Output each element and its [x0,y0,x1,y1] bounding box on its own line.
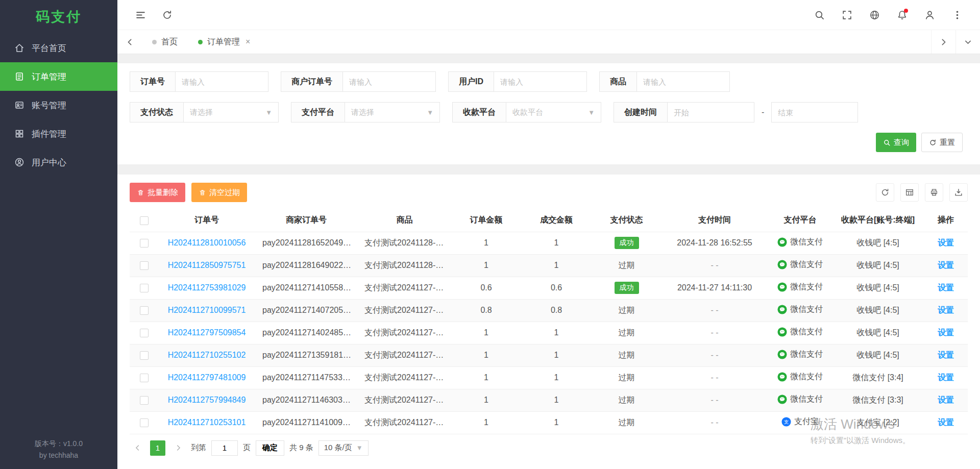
pay-time: - - [661,389,768,411]
order-table: 订单号 商家订单号 商品 订单金额 成交金额 支付状态 支付时间 支付平台 收款… [130,209,968,434]
tab-home[interactable]: 首页 [142,30,188,54]
plugin-icon [14,129,24,139]
page-size-select[interactable]: 10 条/页 ▼ [318,440,369,456]
row-setting-link[interactable]: 设置 [938,306,954,314]
more-vertical-icon[interactable] [946,4,968,26]
row-setting-link[interactable]: 设置 [938,351,954,359]
language-globe-icon[interactable] [864,4,885,26]
pay-time: - - [661,411,768,434]
order-amount: 1 [452,344,521,366]
pay-platform-select[interactable]: 请选择 ▼ [345,102,440,122]
table-refresh-icon[interactable] [876,183,894,202]
user-icon[interactable] [919,4,940,26]
column-header: 成交金额 [521,209,592,232]
print-icon[interactable] [925,183,943,202]
pay-time: - - [661,344,768,366]
row-checkbox[interactable] [140,351,149,360]
filter-pay-status: 支付状态 请选择 ▼ [130,102,279,122]
row-setting-link[interactable]: 设置 [938,418,954,427]
row-checkbox[interactable] [140,374,149,382]
sidebar-menu: 平台首页订单管理账号管理插件管理用户中心 [0,34,117,438]
sidebar-item-plugin-management[interactable]: 插件管理 [0,119,117,148]
notification-bell-icon[interactable] [891,4,913,26]
prev-page-icon[interactable] [130,440,145,456]
select-placeholder: 收款平台 [512,108,543,117]
filter-receive-platform: 收款平台 收款平台 ▼ [452,102,601,122]
row-checkbox[interactable] [140,261,149,270]
order-no-link[interactable]: H2024112810010056 [168,238,246,247]
pay-time: 2024-11-27 14:11:30 [661,277,768,299]
user-center-icon [14,157,24,167]
next-page-icon[interactable] [170,440,186,456]
tab-scroll-left-icon[interactable] [117,30,142,54]
sidebar: 码支付 平台首页订单管理账号管理插件管理用户中心 版本号：v1.0.0 by t… [0,0,117,469]
paid-amount: 1 [521,254,592,277]
order-no-link[interactable]: H2024112757994849 [168,396,246,404]
row-checkbox[interactable] [140,239,149,248]
row-checkbox[interactable] [140,306,149,315]
table-row: H2024112810010056pay2024112816520491...支… [130,232,968,254]
platform-name: 微信支付 [790,304,823,315]
order-no-link[interactable]: H2024112850975751 [168,261,246,269]
user-id-input[interactable] [494,71,587,92]
receive-account: 微信支付 [3:3] [832,389,924,411]
order-no-link[interactable]: H2024112710255102 [168,351,246,359]
collapse-menu-icon[interactable] [130,4,151,26]
tab-order-management[interactable]: 订单管理× [188,30,260,54]
search-icon[interactable] [808,4,830,26]
refresh-icon[interactable] [156,4,178,26]
row-setting-link[interactable]: 设置 [938,328,954,337]
table-row: H2024112753981029pay2024112714105583...支… [130,277,968,299]
filter-label: 商户订单号 [281,71,343,92]
tab-close-icon[interactable]: × [246,37,250,46]
filter-label: 创建时间 [614,102,668,122]
row-checkbox[interactable] [140,284,149,292]
row-setting-link[interactable]: 设置 [938,261,954,269]
row-checkbox[interactable] [140,329,149,337]
filter-actions: 查询 重置 [130,133,963,152]
goto-page-input[interactable] [211,440,238,456]
order-no-link[interactable]: H2024112710099571 [168,306,246,314]
end-time-input[interactable] [771,102,858,122]
order-amount: 0.8 [452,299,521,322]
row-checkbox[interactable] [140,396,149,405]
receive-platform-select[interactable]: 收款平台 ▼ [506,102,601,122]
filter-label: 订单号 [130,71,176,92]
columns-setting-icon[interactable] [900,183,919,202]
goto-confirm-button[interactable]: 确定 [256,440,284,456]
row-setting-link[interactable]: 设置 [938,238,954,247]
wechat-pay-icon [777,350,787,359]
export-icon[interactable] [949,183,968,202]
order-amount: 1 [452,254,521,277]
tab-scroll-right-icon[interactable] [931,30,955,54]
start-time-input[interactable] [668,102,754,122]
row-setting-link[interactable]: 设置 [938,396,954,404]
batch-delete-button[interactable]: 批量删除 [130,183,185,202]
filter-label: 用户ID [448,71,494,92]
sidebar-item-user-center[interactable]: 用户中心 [0,148,117,177]
sidebar-item-label: 订单管理 [32,71,66,83]
sidebar-item-account-management[interactable]: 账号管理 [0,91,117,119]
row-checkbox[interactable] [140,418,149,427]
fullscreen-icon[interactable] [836,4,857,26]
status-text: 过期 [619,306,635,314]
order-no-input[interactable] [176,71,268,92]
merchant-order-no-input[interactable] [343,71,436,92]
sidebar-item-home[interactable]: 平台首页 [0,34,117,62]
search-button[interactable]: 查询 [876,133,916,152]
order-no-link[interactable]: H2024112797509854 [168,328,246,337]
tab-menu-chevron-icon[interactable] [955,30,980,54]
reset-button[interactable]: 重置 [921,133,963,152]
clear-expired-button[interactable]: 清空过期 [191,183,247,202]
order-no-link[interactable]: H2024112753981029 [168,283,246,292]
row-setting-link[interactable]: 设置 [938,373,954,382]
select-all-checkbox[interactable] [140,216,149,225]
sidebar-item-order-management[interactable]: 订单管理 [0,62,117,91]
order-no-link[interactable]: H2024112797481009 [168,373,246,382]
order-no-link[interactable]: H2024112710253101 [168,418,246,427]
product-input[interactable] [637,71,730,92]
paid-amount: 1 [521,389,592,411]
row-setting-link[interactable]: 设置 [938,283,954,292]
current-page[interactable]: 1 [150,440,165,456]
pay-status-select[interactable]: 请选择 ▼ [184,102,279,122]
